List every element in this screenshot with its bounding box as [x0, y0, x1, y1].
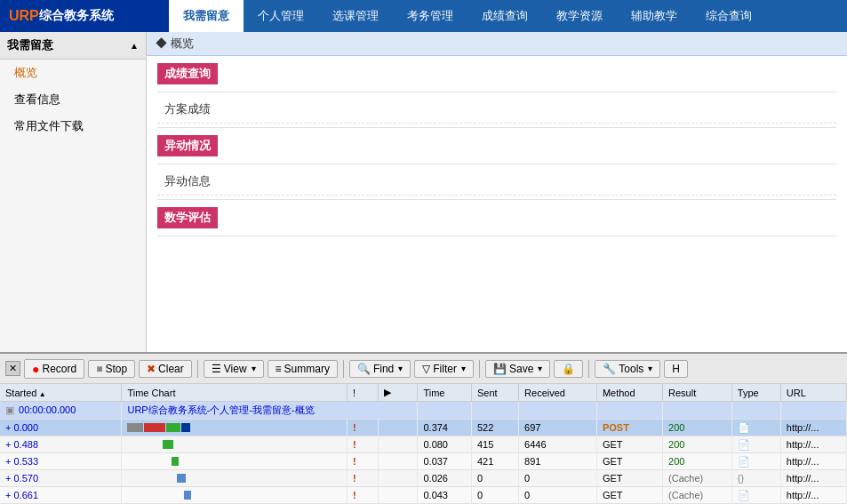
- cell-time: [418, 402, 471, 420]
- view-button[interactable]: ☰ View: [204, 360, 264, 378]
- col-time[interactable]: Time: [418, 384, 471, 402]
- nav-tab-fuzhujiaoxue[interactable]: 辅助教学: [617, 0, 691, 32]
- nav-tab-woxuliuyi[interactable]: 我需留意: [169, 0, 244, 32]
- cell-result: 200: [663, 420, 732, 436]
- sidebar-item-overview[interactable]: 概览: [0, 60, 146, 86]
- cell-received: [519, 402, 597, 420]
- col-type[interactable]: Type: [731, 384, 780, 402]
- save-icon: 💾: [493, 363, 507, 375]
- sidebar-item-info[interactable]: 查看信息: [0, 86, 146, 113]
- cell-url: http://...: [780, 436, 846, 453]
- col-sent[interactable]: Sent: [471, 384, 518, 402]
- cell-started: ▣ 00:00:00.000: [0, 402, 122, 420]
- row-title-link[interactable]: URP综合教务系统-个人管理-我需留意-概览: [127, 404, 314, 415]
- cell-time: 0.080: [418, 436, 471, 453]
- view-icon: ☰: [212, 363, 221, 375]
- cell-method: GET: [596, 470, 662, 487]
- summary-button[interactable]: ≡ Summary: [268, 360, 338, 378]
- sep2: [343, 360, 344, 378]
- cell-result: (Cache): [663, 487, 732, 504]
- nav-tab-jiaoxueziyuan[interactable]: 教学资源: [542, 0, 617, 32]
- logo-urp: URP: [9, 8, 39, 24]
- table-row[interactable]: ▣ 00:00:00.000 URP综合教务系统-个人管理-我需留意-概览: [0, 402, 847, 420]
- cell-type: 📄: [731, 436, 780, 453]
- help-button[interactable]: H: [664, 360, 688, 378]
- cell-started: + 0.000: [0, 420, 122, 436]
- record-button[interactable]: ● Record: [24, 359, 84, 379]
- col-url[interactable]: URL: [780, 384, 846, 402]
- filter-icon: ▽: [422, 363, 430, 375]
- record-icon: ●: [32, 362, 39, 376]
- cell-received: 0: [519, 470, 597, 487]
- lock-button[interactable]: 🔒: [554, 360, 583, 378]
- cell-sent: 421: [471, 453, 518, 470]
- table-row[interactable]: + 0.661 ! 0.043 0 0 GET (Cache) 📄 http:/…: [0, 487, 847, 504]
- view-label: View: [224, 363, 247, 375]
- col-received[interactable]: Received: [519, 384, 597, 402]
- sep1: [197, 360, 198, 378]
- table-row[interactable]: + 0.570 ! 0.026 0 0 GET (Cache) {} http:…: [0, 470, 847, 487]
- nav-tab-chengjiChaxun[interactable]: 成绩查询: [467, 0, 542, 32]
- find-button[interactable]: 🔍 Find: [349, 360, 411, 378]
- col-started[interactable]: Started: [0, 384, 122, 402]
- cell-sent: 0: [471, 487, 518, 504]
- nav-tab-xuankeguanli[interactable]: 选课管理: [318, 0, 393, 32]
- cell-method: GET: [596, 453, 662, 470]
- devtools-close-btn[interactable]: ✕: [5, 361, 20, 376]
- find-icon: 🔍: [357, 363, 371, 375]
- cell-timechart: URP综合教务系统-个人管理-我需留意-概览: [122, 402, 418, 420]
- sep3: [479, 360, 480, 378]
- cell-url: [780, 402, 846, 420]
- section-title-shuxue: 数学评估: [157, 207, 218, 228]
- clear-icon: ✖: [147, 363, 156, 375]
- section-yidong: 异动情况 异动信息: [157, 135, 836, 200]
- cell-play: [379, 436, 418, 453]
- find-label: Find: [373, 363, 394, 375]
- cell-timechart: [122, 470, 347, 487]
- cell-sent: 415: [471, 436, 518, 453]
- cell-sent: 0: [471, 470, 518, 487]
- section-link-yidong[interactable]: 异动信息: [157, 168, 836, 196]
- sidebar-collapse-btn[interactable]: ▲: [130, 41, 139, 51]
- section-link-fangan[interactable]: 方案成绩: [157, 96, 836, 124]
- cell-method: [596, 402, 662, 420]
- table-row[interactable]: + 0.000 ! 0.374 522 697 POST: [0, 420, 847, 436]
- logo-subtitle: 综合教务系统: [39, 8, 114, 24]
- filter-button[interactable]: ▽ Filter: [414, 360, 474, 378]
- cell-started: + 0.533: [0, 453, 122, 470]
- cell-received: 697: [519, 420, 597, 436]
- table-row[interactable]: + 0.533 ! 0.037 421 891 GET 200 📄 http:/…: [0, 453, 847, 470]
- nav-tab-gerenzhangli[interactable]: 个人管理: [244, 0, 318, 32]
- summary-icon: ≡: [276, 363, 282, 375]
- cell-url: http://...: [780, 453, 846, 470]
- devtools-panel: ✕ ● Record ■ Stop ✖ Clear ☰ View ≡ Summa…: [0, 352, 847, 504]
- nav-tabs: 我需留意 个人管理 选课管理 考务管理 成绩查询 教学资源 辅助教学 综合查询: [169, 0, 766, 32]
- section-title-yidong: 异动情况: [157, 135, 218, 156]
- cell-timechart: [122, 420, 347, 436]
- nav-tab-kaowuguanli[interactable]: 考务管理: [393, 0, 467, 32]
- stop-button[interactable]: ■ Stop: [88, 360, 135, 378]
- cell-result: 200: [663, 453, 732, 470]
- cell-type: {}: [731, 470, 780, 487]
- cell-time: 0.374: [418, 420, 471, 436]
- nav-tab-zonghechaXun[interactable]: 综合查询: [691, 0, 766, 32]
- cell-type: 📄: [731, 420, 780, 436]
- sidebar-item-download[interactable]: 常用文件下载: [0, 113, 146, 140]
- cell-play: [379, 487, 418, 504]
- col-result[interactable]: Result: [663, 384, 732, 402]
- cell-timechart: [122, 487, 347, 504]
- table-row[interactable]: + 0.488 ! 0.080 415 6446 GET 200 📄 http:…: [0, 436, 847, 453]
- cell-url: http://...: [780, 487, 846, 504]
- cell-timechart: [122, 453, 347, 470]
- save-button[interactable]: 💾 Save: [485, 360, 550, 378]
- clear-button[interactable]: ✖ Clear: [139, 360, 192, 378]
- cell-method: POST: [596, 420, 662, 436]
- devtools-table: Started Time Chart ! ▶ Time Sent Receive…: [0, 384, 847, 504]
- cell-url: http://...: [780, 470, 846, 487]
- cell-time: 0.026: [418, 470, 471, 487]
- tools-button[interactable]: 🔧 Tools: [595, 360, 660, 378]
- cell-url: http://...: [780, 420, 846, 436]
- cell-time: 0.043: [418, 487, 471, 504]
- col-method[interactable]: Method: [596, 384, 662, 402]
- sidebar-title: 我需留意: [7, 37, 53, 53]
